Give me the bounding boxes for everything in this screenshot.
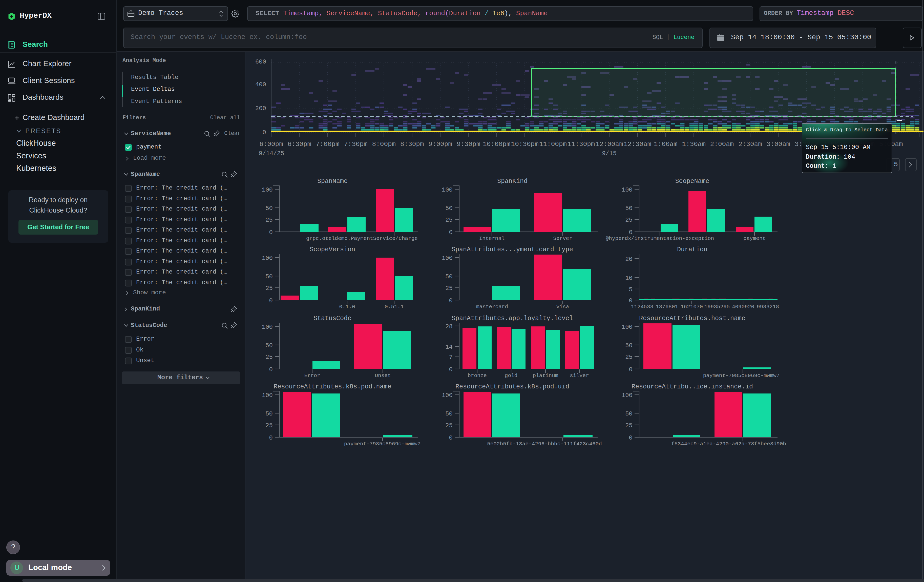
svg-text:19935295: 19935295 <box>705 304 730 310</box>
svg-text:100: 100 <box>262 186 273 193</box>
svg-text:5e02b5fb-13ae-4296-bbbc-111f42: 5e02b5fb-13ae-4296-bbbc-111f423c460d <box>487 441 602 447</box>
svg-text:ResourceAttribu..ice.instance.: ResourceAttribu..ice.instance.id <box>632 383 753 391</box>
svg-text:50: 50 <box>266 273 273 280</box>
svg-text:Duration: Duration <box>677 246 708 253</box>
svg-text:20: 20 <box>625 256 632 263</box>
svg-text:0: 0 <box>449 366 453 373</box>
svg-text:50: 50 <box>445 205 453 212</box>
svg-text:25: 25 <box>266 285 273 292</box>
svg-text:0.51.1: 0.51.1 <box>384 304 404 310</box>
svg-text:f5344ec9-a1ea-4290-a62a-78f5be: f5344ec9-a1ea-4290-a62a-78f5bee8d90b <box>671 441 786 447</box>
svg-text:StatusCode: StatusCode <box>314 315 351 322</box>
svg-text:50: 50 <box>266 205 273 212</box>
svg-text:0: 0 <box>449 297 453 304</box>
svg-text:28: 28 <box>445 323 453 330</box>
svg-text:9983218: 9983218 <box>757 304 779 310</box>
svg-text:0: 0 <box>269 366 273 373</box>
svg-text:100: 100 <box>622 186 632 193</box>
svg-text:25: 25 <box>266 217 273 223</box>
svg-text:@hyperdx/instrumentation-excep: @hyperdx/instrumentation-exception <box>606 236 714 241</box>
svg-text:SpanAttributes.app.loyalty.lev: SpanAttributes.app.loyalty.level <box>452 315 573 322</box>
svg-text:50: 50 <box>445 411 453 417</box>
svg-text:ResourceAttributes.k8s.pod.uid: ResourceAttributes.k8s.pod.uid <box>455 383 569 391</box>
svg-text:Error: Error <box>304 373 320 379</box>
svg-text:1621070: 1621070 <box>681 304 703 310</box>
svg-text:Unset: Unset <box>375 373 391 379</box>
svg-text:SpanKind: SpanKind <box>497 178 528 185</box>
svg-text:25: 25 <box>445 422 453 429</box>
svg-text:25: 25 <box>625 422 632 429</box>
svg-text:50: 50 <box>266 342 273 349</box>
svg-text:0: 0 <box>269 297 273 304</box>
svg-text:ResourceAttributes.k8s.pod.nam: ResourceAttributes.k8s.pod.name <box>274 383 391 391</box>
svg-text:4090920: 4090920 <box>732 304 754 310</box>
svg-text:25: 25 <box>625 217 632 223</box>
svg-text:0: 0 <box>629 366 632 373</box>
svg-text:100: 100 <box>262 324 273 330</box>
svg-text:14: 14 <box>445 344 453 350</box>
svg-text:25: 25 <box>445 217 453 223</box>
svg-text:100: 100 <box>622 324 632 330</box>
svg-text:50: 50 <box>625 342 632 349</box>
svg-text:0: 0 <box>269 434 273 441</box>
svg-text:100: 100 <box>622 392 632 399</box>
svg-text:0: 0 <box>629 297 632 304</box>
svg-text:50: 50 <box>445 273 453 280</box>
svg-text:25: 25 <box>445 285 453 292</box>
svg-text:SpanName: SpanName <box>317 178 348 185</box>
svg-text:mastercard: mastercard <box>476 304 508 310</box>
svg-text:50: 50 <box>625 411 632 417</box>
svg-text:100: 100 <box>442 392 453 399</box>
svg-text:0: 0 <box>449 434 453 441</box>
svg-text:payment: payment <box>743 236 766 241</box>
svg-text:25: 25 <box>625 354 632 361</box>
svg-text:grpc.oteldemo.PaymentService/C: grpc.oteldemo.PaymentService/Charge <box>306 236 418 241</box>
svg-text:0: 0 <box>629 229 632 236</box>
svg-text:ResourceAttributes.host.name: ResourceAttributes.host.name <box>639 315 745 322</box>
svg-text:5: 5 <box>629 286 632 293</box>
svg-text:Server: Server <box>553 236 572 241</box>
svg-text:0: 0 <box>269 229 273 236</box>
svg-text:0: 0 <box>629 434 632 441</box>
svg-text:0.1.0: 0.1.0 <box>339 304 355 310</box>
svg-text:bronze: bronze <box>468 373 487 379</box>
svg-text:visa: visa <box>556 304 569 310</box>
svg-text:10: 10 <box>625 275 632 282</box>
svg-text:Internal: Internal <box>479 236 505 241</box>
svg-text:100: 100 <box>262 255 273 262</box>
svg-text:7: 7 <box>449 354 453 361</box>
svg-text:gold: gold <box>505 373 517 379</box>
svg-text:ScopeVersion: ScopeVersion <box>310 246 355 253</box>
svg-text:payment-7985c8969c-mwmw7: payment-7985c8969c-mwmw7 <box>703 373 780 379</box>
svg-text:1376801: 1376801 <box>656 304 678 310</box>
svg-text:SpanAttributes...yment.card_ty: SpanAttributes...yment.card_type <box>452 246 573 253</box>
svg-text:25: 25 <box>266 354 273 361</box>
svg-text:platinum: platinum <box>533 373 558 379</box>
svg-text:25: 25 <box>266 422 273 429</box>
svg-text:50: 50 <box>625 205 632 212</box>
svg-text:payment-7985c8969c-mwmw7: payment-7985c8969c-mwmw7 <box>344 441 421 447</box>
svg-text:50: 50 <box>266 411 273 417</box>
svg-text:0: 0 <box>449 229 453 236</box>
svg-text:100: 100 <box>262 392 273 399</box>
svg-text:silver: silver <box>570 373 589 379</box>
svg-text:ScopeName: ScopeName <box>675 178 709 185</box>
svg-text:100: 100 <box>442 255 453 262</box>
svg-text:100: 100 <box>442 186 453 193</box>
svg-text:1124538: 1124538 <box>631 304 653 310</box>
